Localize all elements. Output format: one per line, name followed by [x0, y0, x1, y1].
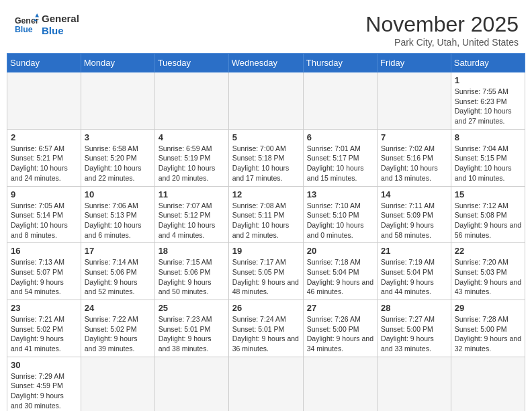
week-row-3: 9Sunrise: 7:05 AM Sunset: 5:14 PM Daylig… [7, 186, 525, 243]
day-number: 21 [381, 246, 447, 256]
location: Park City, Utah, United States [365, 37, 519, 48]
day-number: 10 [85, 189, 151, 199]
day-info: Sunrise: 7:04 AM Sunset: 5:15 PM Dayligh… [455, 144, 521, 183]
day-number: 12 [232, 189, 300, 199]
day-number: 2 [11, 132, 77, 142]
day-info: Sunrise: 7:07 AM Sunset: 5:12 PM Dayligh… [159, 201, 225, 240]
day-info: Sunrise: 7:00 AM Sunset: 5:18 PM Dayligh… [232, 144, 300, 183]
day-cell [7, 73, 81, 130]
day-number: 20 [307, 246, 373, 256]
day-number: 4 [159, 132, 225, 142]
day-cell [378, 357, 451, 411]
day-number: 29 [455, 303, 521, 313]
day-number: 28 [381, 303, 447, 313]
day-cell: 16Sunrise: 7:13 AM Sunset: 5:07 PM Dayli… [7, 243, 81, 300]
day-cell: 17Sunrise: 7:14 AM Sunset: 5:06 PM Dayli… [81, 243, 154, 300]
logo: General Blue General Blue [13, 12, 79, 38]
week-row-1: 1Sunrise: 7:55 AM Sunset: 6:23 PM Daylig… [7, 73, 525, 130]
svg-marker-2 [35, 13, 39, 17]
day-info: Sunrise: 7:15 AM Sunset: 5:06 PM Dayligh… [159, 257, 225, 297]
day-info: Sunrise: 7:01 AM Sunset: 5:17 PM Dayligh… [307, 144, 373, 183]
day-info: Sunrise: 7:14 AM Sunset: 5:06 PM Dayligh… [85, 257, 151, 297]
day-cell: 29Sunrise: 7:28 AM Sunset: 5:00 PM Dayli… [451, 300, 525, 357]
day-cell [303, 73, 377, 130]
month-title: November 2025 [365, 12, 519, 37]
day-number: 27 [307, 303, 373, 313]
day-cell: 7Sunrise: 7:02 AM Sunset: 5:16 PM Daylig… [378, 129, 451, 186]
weekday-header-wednesday: Wednesday [228, 54, 303, 73]
day-cell: 2Sunrise: 6:57 AM Sunset: 5:21 PM Daylig… [7, 129, 81, 186]
calendar: SundayMondayTuesdayWednesdayThursdayFrid… [7, 53, 525, 411]
day-cell: 26Sunrise: 7:24 AM Sunset: 5:01 PM Dayli… [228, 300, 303, 357]
day-number: 1 [455, 75, 521, 85]
day-cell: 9Sunrise: 7:05 AM Sunset: 5:14 PM Daylig… [7, 186, 81, 243]
day-cell [228, 357, 303, 411]
logo-general-text: General [42, 13, 79, 25]
logo-blue-text: Blue [42, 25, 79, 37]
day-cell [81, 357, 154, 411]
svg-text:Blue: Blue [15, 25, 33, 34]
day-info: Sunrise: 7:20 AM Sunset: 5:03 PM Dayligh… [455, 257, 521, 297]
day-cell: 21Sunrise: 7:19 AM Sunset: 5:04 PM Dayli… [378, 243, 451, 300]
weekday-header-saturday: Saturday [451, 54, 525, 73]
day-number: 5 [232, 132, 300, 142]
day-cell: 4Sunrise: 6:59 AM Sunset: 5:19 PM Daylig… [154, 129, 228, 186]
day-number: 22 [455, 246, 521, 256]
day-cell: 24Sunrise: 7:22 AM Sunset: 5:02 PM Dayli… [81, 300, 154, 357]
day-info: Sunrise: 7:05 AM Sunset: 5:14 PM Dayligh… [11, 201, 77, 240]
weekday-header-monday: Monday [81, 54, 154, 73]
header: General Blue General Blue November 2025 … [7, 7, 525, 53]
day-number: 23 [11, 303, 77, 313]
day-number: 26 [232, 303, 300, 313]
day-info: Sunrise: 6:59 AM Sunset: 5:19 PM Dayligh… [159, 144, 225, 183]
day-cell: 10Sunrise: 7:06 AM Sunset: 5:13 PM Dayli… [81, 186, 154, 243]
day-number: 15 [455, 189, 521, 199]
day-info: Sunrise: 7:11 AM Sunset: 5:09 PM Dayligh… [381, 201, 447, 240]
week-row-4: 16Sunrise: 7:13 AM Sunset: 5:07 PM Dayli… [7, 243, 525, 300]
day-number: 7 [381, 132, 447, 142]
day-info: Sunrise: 7:12 AM Sunset: 5:08 PM Dayligh… [455, 201, 521, 240]
day-cell: 14Sunrise: 7:11 AM Sunset: 5:09 PM Dayli… [378, 186, 451, 243]
day-info: Sunrise: 7:18 AM Sunset: 5:04 PM Dayligh… [307, 257, 373, 297]
weekday-header-friday: Friday [378, 54, 451, 73]
day-number: 11 [159, 189, 225, 199]
day-cell: 12Sunrise: 7:08 AM Sunset: 5:11 PM Dayli… [228, 186, 303, 243]
day-cell [154, 357, 228, 411]
day-cell: 6Sunrise: 7:01 AM Sunset: 5:17 PM Daylig… [303, 129, 377, 186]
day-info: Sunrise: 7:26 AM Sunset: 5:00 PM Dayligh… [307, 314, 373, 354]
day-cell: 27Sunrise: 7:26 AM Sunset: 5:00 PM Dayli… [303, 300, 377, 357]
day-cell: 25Sunrise: 7:23 AM Sunset: 5:01 PM Dayli… [154, 300, 228, 357]
weekday-header-row: SundayMondayTuesdayWednesdayThursdayFrid… [7, 54, 525, 73]
day-cell: 30Sunrise: 7:29 AM Sunset: 4:59 PM Dayli… [7, 357, 81, 411]
day-cell [81, 73, 154, 130]
day-info: Sunrise: 7:22 AM Sunset: 5:02 PM Dayligh… [85, 314, 151, 354]
day-cell: 13Sunrise: 7:10 AM Sunset: 5:10 PM Dayli… [303, 186, 377, 243]
day-cell [378, 73, 451, 130]
day-number: 30 [11, 360, 77, 370]
day-number: 25 [159, 303, 225, 313]
day-info: Sunrise: 7:17 AM Sunset: 5:05 PM Dayligh… [232, 257, 300, 297]
day-info: Sunrise: 7:10 AM Sunset: 5:10 PM Dayligh… [307, 201, 373, 240]
day-cell: 19Sunrise: 7:17 AM Sunset: 5:05 PM Dayli… [228, 243, 303, 300]
day-cell [154, 73, 228, 130]
day-info: Sunrise: 7:27 AM Sunset: 5:00 PM Dayligh… [381, 314, 447, 354]
day-cell: 23Sunrise: 7:21 AM Sunset: 5:02 PM Dayli… [7, 300, 81, 357]
day-info: Sunrise: 7:06 AM Sunset: 5:13 PM Dayligh… [85, 201, 151, 240]
day-info: Sunrise: 7:02 AM Sunset: 5:16 PM Dayligh… [381, 144, 447, 183]
day-info: Sunrise: 6:58 AM Sunset: 5:20 PM Dayligh… [85, 144, 151, 183]
day-number: 19 [232, 246, 300, 256]
weekday-header-thursday: Thursday [303, 54, 377, 73]
day-info: Sunrise: 7:13 AM Sunset: 5:07 PM Dayligh… [11, 257, 77, 297]
day-cell [228, 73, 303, 130]
day-cell [451, 357, 525, 411]
weekday-header-sunday: Sunday [7, 54, 81, 73]
day-cell [303, 357, 377, 411]
day-info: Sunrise: 7:24 AM Sunset: 5:01 PM Dayligh… [232, 314, 300, 354]
day-cell: 28Sunrise: 7:27 AM Sunset: 5:00 PM Dayli… [378, 300, 451, 357]
day-info: Sunrise: 7:28 AM Sunset: 5:00 PM Dayligh… [455, 314, 521, 354]
day-number: 16 [11, 246, 77, 256]
day-cell: 22Sunrise: 7:20 AM Sunset: 5:03 PM Dayli… [451, 243, 525, 300]
day-info: Sunrise: 7:29 AM Sunset: 4:59 PM Dayligh… [11, 371, 77, 411]
week-row-5: 23Sunrise: 7:21 AM Sunset: 5:02 PM Dayli… [7, 300, 525, 357]
day-info: Sunrise: 7:55 AM Sunset: 6:23 PM Dayligh… [455, 87, 521, 126]
